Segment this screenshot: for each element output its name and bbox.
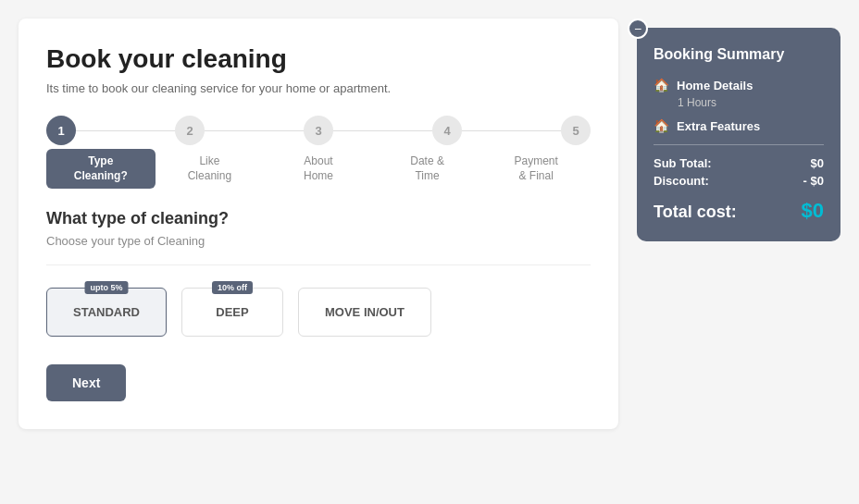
page-title: Book your cleaning bbox=[46, 44, 591, 74]
section-subtitle: Choose your type of Cleaning bbox=[46, 234, 591, 248]
step-4-circle[interactable]: 4 bbox=[432, 116, 462, 145]
page-subtitle: Its time to book our cleaning service fo… bbox=[46, 81, 591, 95]
sub-total-label: Sub Total: bbox=[654, 156, 712, 170]
total-label: Total cost: bbox=[654, 203, 737, 222]
stepper-circles: 1 2 3 4 5 bbox=[46, 116, 591, 145]
step-line-2 bbox=[205, 130, 304, 131]
next-button[interactable]: Next bbox=[46, 364, 126, 401]
step-1-circle[interactable]: 1 bbox=[46, 116, 76, 145]
discount-label: Discount: bbox=[654, 174, 709, 188]
summary-extra-features: 🏠 Extra Features bbox=[654, 118, 824, 133]
cleaning-card-standard[interactable]: upto 5% STANDARD bbox=[46, 288, 167, 337]
step-line-1 bbox=[76, 130, 175, 131]
tab-date-time[interactable]: Date &Time bbox=[373, 149, 482, 189]
tab-payment-final[interactable]: Payment& Final bbox=[481, 149, 591, 189]
discount-row: Discount: - $0 bbox=[654, 174, 824, 188]
home-details-label: Home Details bbox=[677, 79, 753, 92]
step-line-4 bbox=[462, 130, 561, 131]
step-5-circle[interactable]: 5 bbox=[561, 116, 591, 145]
extra-features-icon: 🏠 bbox=[654, 118, 669, 133]
deep-label: DEEP bbox=[216, 305, 248, 319]
main-content: Book your cleaning Its time to book our … bbox=[19, 18, 618, 429]
extra-features-label: Extra Features bbox=[677, 119, 760, 133]
step-line-3 bbox=[333, 130, 432, 131]
home-details-icon: 🏠 bbox=[654, 78, 669, 92]
tab-about-home[interactable]: AboutHome bbox=[264, 149, 373, 189]
step-2-circle[interactable]: 2 bbox=[175, 116, 205, 145]
step-labels: TypeCleaning? LikeCleaning AboutHome Dat… bbox=[46, 149, 591, 189]
cleaning-card-move[interactable]: MOVE IN/OUT bbox=[298, 288, 431, 337]
summary-home-details: 🏠 Home Details bbox=[654, 78, 824, 92]
summary-divider bbox=[654, 144, 824, 145]
summary-title: Booking Summary bbox=[654, 46, 824, 63]
standard-label: STANDARD bbox=[73, 305, 140, 319]
minimize-button[interactable]: − bbox=[628, 18, 648, 39]
total-value: $0 bbox=[802, 199, 824, 223]
cleaning-card-deep[interactable]: 10% off DEEP bbox=[181, 288, 283, 337]
tab-type-cleaning[interactable]: TypeCleaning? bbox=[46, 149, 156, 189]
sub-total-row: Sub Total: $0 bbox=[654, 156, 824, 170]
sub-total-value: $0 bbox=[811, 156, 824, 170]
section-title: What type of cleaning? bbox=[46, 209, 591, 228]
booking-summary: − Booking Summary 🏠 Home Details 1 Hours… bbox=[637, 28, 840, 241]
standard-badge: upto 5% bbox=[84, 281, 128, 294]
cleaning-types-container: upto 5% STANDARD 10% off DEEP MOVE IN/OU… bbox=[46, 288, 591, 337]
tab-like-cleaning[interactable]: LikeCleaning bbox=[156, 149, 265, 189]
deep-badge: 10% off bbox=[212, 281, 253, 294]
discount-value: - $0 bbox=[803, 174, 824, 188]
total-row: Total cost: $0 bbox=[654, 199, 824, 223]
section-divider bbox=[46, 264, 591, 265]
summary-hours: 1 Hours bbox=[678, 96, 824, 109]
step-3-circle[interactable]: 3 bbox=[304, 116, 333, 145]
move-label: MOVE IN/OUT bbox=[325, 305, 405, 319]
